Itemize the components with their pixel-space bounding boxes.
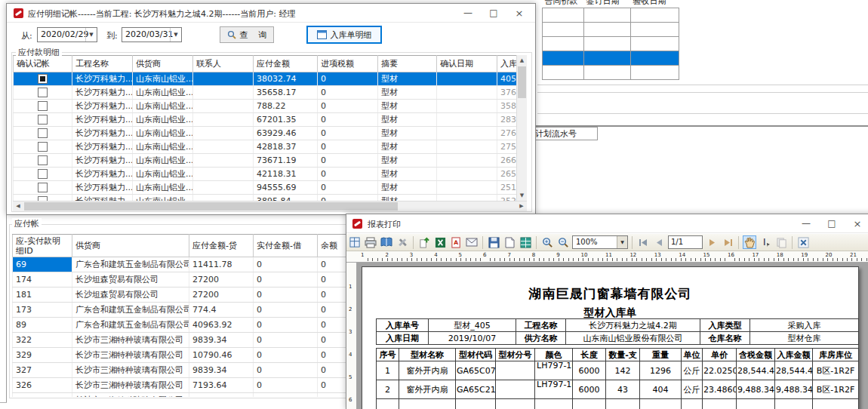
scroll-right-icon[interactable]: ▶ xyxy=(516,201,527,211)
query-button[interactable]: 查 询 xyxy=(220,26,274,43)
table-row[interactable]: 长沙万科魅力...山东南山铝业...35658.170型材376 xyxy=(14,86,517,100)
column-header[interactable]: 供货商 xyxy=(72,235,189,257)
confirm-checkbox[interactable] xyxy=(38,88,48,97)
horizontal-scrollbar[interactable]: ◀ ▶ xyxy=(13,201,527,211)
table-row[interactable]: 长沙万科魅力...山东南山铝业...38032.740型材405 xyxy=(14,72,517,86)
table-row[interactable]: 长沙万科魅力...山东南山铝业...67201.350型材283 xyxy=(14,113,517,127)
info-value: 长沙万科魅力之城4.2期 xyxy=(566,319,700,332)
column-header[interactable]: 入库 xyxy=(497,56,517,72)
table-row[interactable]: 329长沙市三湘特种玻璃有限公司10790.4600 xyxy=(13,348,378,363)
column-header[interactable]: 确认日期 xyxy=(437,56,497,72)
minimize-button[interactable]: — xyxy=(793,214,819,233)
plan-serial-field[interactable]: 计划流水号 xyxy=(533,127,598,140)
minimize-button[interactable]: — xyxy=(455,4,481,23)
close-preview-icon[interactable] xyxy=(796,235,810,249)
confirm-checkbox[interactable] xyxy=(38,183,48,192)
column-header[interactable]: 联系人 xyxy=(193,56,254,72)
scroll-left-icon[interactable]: ◀ xyxy=(13,201,23,211)
first-page-icon[interactable] xyxy=(636,235,650,249)
excel-icon[interactable] xyxy=(433,235,447,249)
table-row[interactable]: 长沙万科魅力...山东南山铝业...42818.370型材275 xyxy=(14,140,517,154)
zoom-level-combo[interactable]: 100%▼ xyxy=(572,235,628,249)
vertical-scrollbar[interactable]: ▲ ▼ xyxy=(516,55,527,201)
column-header[interactable]: 应-实付款明 细ID xyxy=(13,235,72,257)
maximize-button[interactable]: □ xyxy=(481,4,506,23)
confirm-checkbox[interactable] xyxy=(38,142,48,152)
table-row[interactable]: 69广东合和建筑五金制品有限公司11411.7800 xyxy=(13,257,378,272)
zoom-out-icon[interactable] xyxy=(556,235,570,249)
ruler-number: 19 xyxy=(801,252,808,258)
table-row[interactable]: 322长沙市三湘特种玻璃有限公司9839.3400 xyxy=(13,333,378,348)
table-row[interactable] xyxy=(543,22,679,36)
table-row[interactable]: 长沙万科魅力...山东南山铝业...73671.190型材266 xyxy=(14,154,517,168)
table-row[interactable] xyxy=(543,65,679,79)
table-row[interactable] xyxy=(543,36,679,51)
table-row[interactable]: 长沙万科魅力...山东南山铝业...42118.310型材265 xyxy=(14,168,517,181)
next-page-icon[interactable] xyxy=(705,235,719,249)
zoom-in-icon[interactable] xyxy=(540,235,554,249)
text-select-icon[interactable]: I xyxy=(759,235,772,249)
column-header[interactable]: 进项税额 xyxy=(318,56,378,72)
ruler-number: 8 xyxy=(532,252,535,258)
titlebar[interactable]: 应付明细记帐------当前工程: 长沙万科魅力之城4.2期------当前用户… xyxy=(7,4,535,23)
confirm-checkbox[interactable] xyxy=(38,128,48,138)
chevron-down-icon[interactable]: ▼ xyxy=(85,28,97,42)
table-row[interactable]: 327长沙市三湘特种玻璃有限公司9839.3400 xyxy=(13,363,378,378)
inbound-detail-button[interactable]: 入库单明细 xyxy=(306,26,382,44)
table-row[interactable]: 326长沙市三湘特种玻璃有限公司7193.6400 xyxy=(13,378,378,393)
export-icon[interactable] xyxy=(417,235,431,249)
chevron-down-icon[interactable]: ▼ xyxy=(617,236,627,248)
chevron-down-icon[interactable]: ▼ xyxy=(170,28,181,42)
table-row[interactable]: 173广东合和建筑五金制品有限公司774.400 xyxy=(13,303,378,318)
inbound-info-table: 入库单号型材_405工程名称长沙万科魅力之城4.2期入库类型采购入库入库日期20… xyxy=(376,318,859,345)
book-icon[interactable] xyxy=(380,235,393,249)
page-indicator-input[interactable]: 1/1 xyxy=(668,235,703,249)
scroll-down-icon[interactable]: ▼ xyxy=(517,190,527,201)
preview-pane[interactable]: 123456 湖南巨晟门窗幕墙有限公司 型材入库单 入库单号型材_405工程名称… xyxy=(346,263,868,409)
maximize-button[interactable]: □ xyxy=(819,214,845,233)
table-row[interactable] xyxy=(543,8,679,22)
table-cell: 长沙万科魅力... xyxy=(72,195,133,201)
hand-tool-icon[interactable] xyxy=(743,235,756,249)
column-header[interactable]: 供货商 xyxy=(133,56,193,72)
prev-page-icon[interactable] xyxy=(652,235,666,249)
print-icon[interactable] xyxy=(364,235,377,249)
table-row[interactable]: 174长沙坦森贸易有限公司2720000 xyxy=(13,272,378,288)
scrollbar-thumb[interactable] xyxy=(518,66,526,98)
close-button[interactable]: × xyxy=(845,214,868,233)
scrollbar-thumb[interactable] xyxy=(24,202,398,211)
to-date-combo[interactable]: 2020/03/31 ▼ xyxy=(122,27,182,42)
table-row[interactable]: 长沙万科魅力...山东南山铝业...94555.690型材251 xyxy=(14,181,517,195)
last-page-icon[interactable] xyxy=(721,235,734,249)
table-row[interactable]: 长沙万科魅力...山东南山铝业...3895.840型材252 xyxy=(14,195,517,201)
data-grid-icon[interactable] xyxy=(519,235,532,249)
copy-page-icon[interactable] xyxy=(774,235,788,249)
table-row[interactable]: 长沙市三湘特种玻璃有限公司 xyxy=(13,393,378,398)
table-row[interactable]: 89广东合和建筑五金制品有限公司40963.9200 xyxy=(13,318,378,333)
table-row[interactable] xyxy=(543,51,679,65)
close-button[interactable]: × xyxy=(506,4,532,23)
table-cell: 11411.78 xyxy=(189,257,254,272)
table-row[interactable]: 181长沙坦森贸易有限公司2720000 xyxy=(13,288,378,303)
confirm-checkbox[interactable] xyxy=(38,169,48,179)
pdf-icon[interactable]: A xyxy=(449,235,463,249)
save-icon[interactable] xyxy=(487,235,500,249)
tools-icon[interactable] xyxy=(396,235,409,249)
scroll-up-icon[interactable]: ▲ xyxy=(517,55,527,66)
column-header[interactable]: 应付金额-贷 xyxy=(189,235,254,257)
column-header[interactable]: 摘要 xyxy=(378,56,437,72)
column-header[interactable]: 应付金额 xyxy=(254,56,318,72)
column-header[interactable]: 工程名称 xyxy=(72,56,133,72)
design-icon[interactable] xyxy=(348,235,362,249)
table-row[interactable]: 长沙万科魅力...山东南山铝业...788.220型材358 xyxy=(14,100,517,113)
table-row[interactable]: 长沙万科魅力...山东南山铝业...63929.460型材276 xyxy=(14,127,517,140)
mail-icon[interactable] xyxy=(465,235,479,249)
confirm-checkbox[interactable] xyxy=(38,155,48,165)
titlebar[interactable]: 报表打印 — □ × xyxy=(346,214,868,233)
confirm-checkbox[interactable] xyxy=(38,74,48,84)
from-date-combo[interactable]: 2020/02/29 ▼ xyxy=(37,27,97,42)
page-setup-icon[interactable] xyxy=(503,235,516,249)
confirm-checkbox[interactable] xyxy=(38,101,48,111)
confirm-checkbox[interactable] xyxy=(38,115,48,125)
column-header[interactable]: 实付金额-借 xyxy=(254,235,318,257)
